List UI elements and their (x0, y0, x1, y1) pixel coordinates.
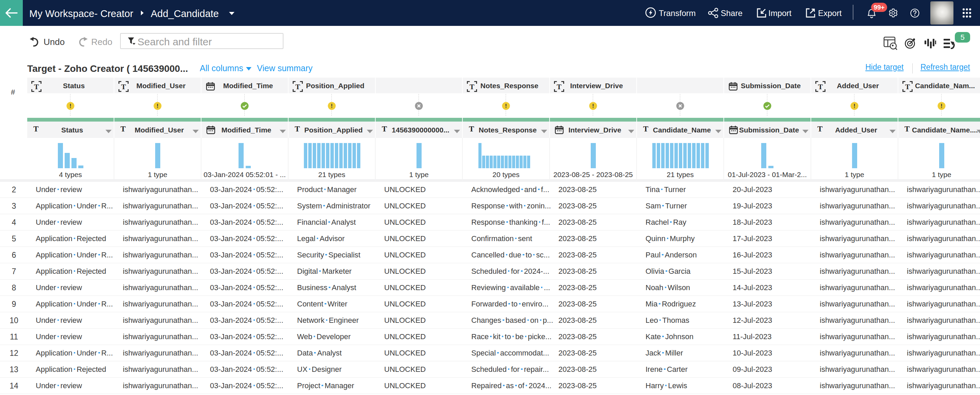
svg-text:T: T (34, 83, 39, 91)
svg-text:!: ! (940, 103, 942, 109)
svg-text:!: ! (853, 103, 855, 109)
svg-text:T: T (295, 83, 300, 91)
svg-text:T: T (818, 83, 823, 91)
svg-text:!: ! (592, 103, 594, 109)
svg-text:T: T (121, 83, 126, 91)
svg-text:T: T (469, 83, 474, 91)
svg-text:T: T (905, 83, 910, 91)
svg-text:!: ! (69, 103, 71, 109)
svg-text:!: ! (331, 103, 332, 109)
svg-text:!: ! (156, 103, 158, 109)
svg-text:!: ! (505, 103, 507, 109)
svg-text:T: T (557, 83, 562, 91)
